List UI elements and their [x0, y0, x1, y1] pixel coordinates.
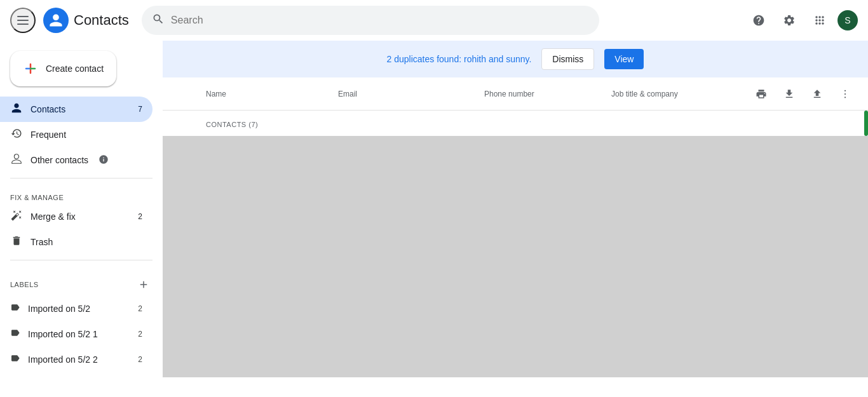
col-phone: Phone number: [484, 90, 611, 98]
download-button[interactable]: [776, 81, 802, 107]
dismiss-button[interactable]: Dismiss: [541, 48, 594, 70]
create-contact-button[interactable]: Create contact: [10, 51, 116, 86]
frequent-nav-label: Frequent: [31, 130, 66, 140]
logo-icon: [43, 8, 69, 33]
content-area: 2 duplicates found: rohith and sunny. Di…: [163, 41, 868, 397]
label-1-count: 2: [138, 330, 142, 339]
svg-point-6: [844, 90, 846, 91]
svg-rect-2: [17, 24, 29, 25]
sidebar-item-contacts[interactable]: Contacts 7: [0, 97, 153, 122]
label-icon-0: [10, 302, 20, 315]
merge-fix-count: 2: [138, 212, 142, 221]
svg-point-7: [844, 93, 846, 94]
col-email: Email: [338, 90, 484, 98]
svg-rect-1: [17, 20, 29, 21]
app-logo: Contacts: [43, 8, 129, 33]
sidebar-item-other-contacts[interactable]: Other contacts: [0, 147, 153, 173]
contacts-placeholder: [163, 136, 868, 377]
person-outline-icon: [10, 153, 23, 168]
sidebar-item-frequent[interactable]: Frequent: [0, 122, 153, 147]
app-title: Contacts: [74, 12, 129, 29]
col-job-title: Job title & company: [611, 90, 749, 98]
view-button[interactable]: View: [604, 49, 644, 69]
contacts-count: 7: [138, 105, 142, 114]
label-item-0[interactable]: Imported on 5/2 2: [0, 296, 153, 321]
trash-label: Trash: [31, 237, 53, 247]
duplicate-banner: 2 duplicates found: rohith and sunny. Di…: [163, 41, 868, 77]
svg-point-8: [844, 97, 846, 98]
scroll-indicator: [864, 111, 868, 136]
plus-icon: [23, 61, 38, 76]
merge-fix-label: Merge & fix: [31, 212, 76, 222]
label-2-count: 2: [138, 355, 142, 364]
other-contacts-label: Other contacts: [31, 155, 88, 165]
label-0-count: 2: [138, 304, 142, 313]
duplicate-text: 2 duplicates found: rohith and sunny.: [387, 54, 532, 64]
auto-fix-icon: [10, 210, 23, 224]
divider-1: [10, 178, 153, 178]
label-icon-1: [10, 328, 20, 340]
search-bar[interactable]: [142, 6, 599, 35]
contacts-section: CONTACTS (7): [163, 111, 868, 136]
label-1-name: Imported on 5/2 1: [28, 329, 98, 339]
label-item-2[interactable]: Imported on 5/2 2 2: [0, 347, 153, 372]
table-header: Name Email Phone number Job title & comp…: [163, 77, 868, 111]
more-options-button[interactable]: [832, 81, 858, 107]
apps-button[interactable]: [807, 8, 832, 33]
contacts-section-title: CONTACTS (7): [173, 116, 858, 131]
sidebar-item-merge-fix[interactable]: Merge & fix 2: [0, 204, 153, 229]
sidebar-item-trash[interactable]: Trash: [0, 229, 153, 255]
label-item-1[interactable]: Imported on 5/2 1 2: [0, 321, 153, 347]
contacts-nav-label: Contacts: [31, 104, 65, 114]
contacts-scroll-area[interactable]: CONTACTS (7): [163, 111, 868, 397]
topbar-actions: S: [746, 8, 858, 33]
svg-rect-0: [17, 16, 29, 17]
add-label-button[interactable]: [135, 276, 153, 293]
user-avatar[interactable]: S: [837, 10, 858, 30]
labels-header: Labels: [0, 266, 163, 296]
labels-section-title: Labels: [10, 281, 39, 288]
upload-button[interactable]: [804, 81, 830, 107]
label-2-name: Imported on 5/2 2: [28, 354, 98, 365]
person-icon: [10, 102, 23, 117]
help-button[interactable]: [746, 8, 771, 33]
fix-manage-label: Fix & manage: [0, 184, 163, 204]
hamburger-menu[interactable]: [10, 8, 36, 33]
label-icon-2: [10, 353, 20, 366]
trash-icon: [10, 235, 23, 250]
sidebar: Create contact Contacts 7 Frequent: [0, 41, 163, 397]
search-icon: [152, 13, 165, 29]
settings-button[interactable]: [776, 8, 802, 33]
create-contact-label: Create contact: [46, 64, 104, 74]
col-name: Name: [173, 90, 338, 98]
label-0-name: Imported on 5/2: [28, 304, 90, 314]
search-input[interactable]: [171, 15, 589, 26]
divider-2: [10, 260, 153, 260]
table-actions: [749, 81, 858, 107]
history-icon: [10, 128, 23, 142]
print-button[interactable]: [749, 81, 774, 107]
info-icon[interactable]: [98, 154, 110, 166]
